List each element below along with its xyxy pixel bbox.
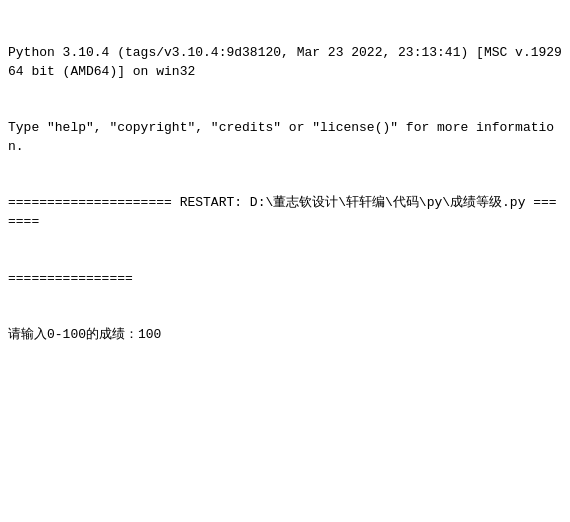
terminal-window: Python 3.10.4 (tags/v3.10.4:9d38120, Mar… xyxy=(0,0,570,522)
input-prompt-line: 请输入0-100的成绩：100 xyxy=(8,326,562,345)
restart-line-cont: ================ xyxy=(8,270,562,289)
output-line-1: Python 3.10.4 (tags/v3.10.4:9d38120, Mar… xyxy=(8,44,562,82)
output-line-2: Type "help", "copyright", "credits" or "… xyxy=(8,119,562,157)
restart-line: ===================== RESTART: D:\董志钦设计\… xyxy=(8,194,562,232)
